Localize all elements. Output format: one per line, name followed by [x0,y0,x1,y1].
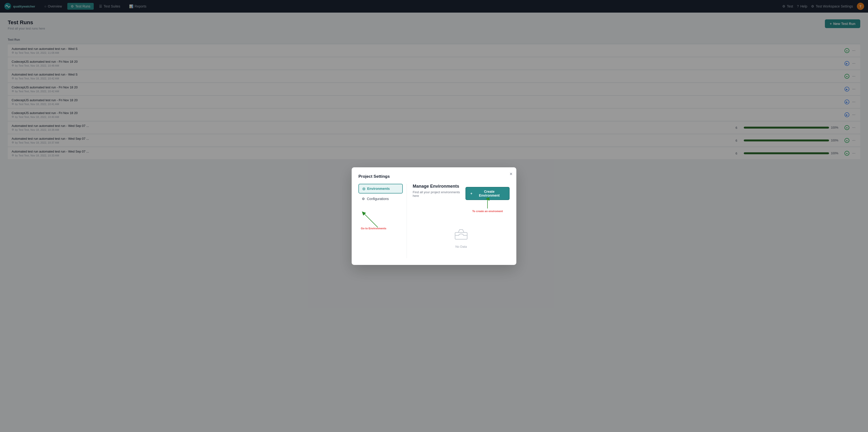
modal-close-button[interactable]: × [509,171,513,177]
environments-label: Environments [367,187,390,191]
env-icon: ◎ [362,187,365,191]
content-title-area: Manage Environments Find all your projec… [413,184,465,204]
plus-icon-env: + [470,191,472,195]
config-icon: ⚙ [362,197,365,201]
create-env-label: Create Environment [474,190,505,197]
no-data-area: No Data [413,218,509,258]
sidebar-item-environments[interactable]: ◎ Environments [359,184,403,193]
configurations-label: Configurations [367,197,389,201]
no-data-icon [454,227,468,242]
create-env-annotation: To create an enviroment [472,210,503,213]
create-env-area: + Create Environment [465,187,509,200]
svg-rect-1 [455,233,467,239]
section-title: Manage Environments [413,184,465,189]
inbox-icon [454,227,468,240]
no-data-text: No Data [455,245,467,248]
modal-sidebar: ◎ Environments ⚙ Configurations [359,184,407,258]
modal-body: ◎ Environments ⚙ Configurations [359,184,509,258]
goto-env-annotation: Go to Environments [361,227,386,230]
modal-content-header: Manage Environments Find all your projec… [413,184,509,204]
create-env-annotation-area: To create an enviroment [472,197,503,213]
modal-overlay[interactable]: Project Settings × ◎ Environments ⚙ Conf… [0,0,868,432]
sidebar-item-configurations[interactable]: ⚙ Configurations [359,194,403,203]
modal-main-content: Manage Environments Find all your projec… [407,184,509,258]
modal-title: Project Settings [359,174,509,179]
section-subtitle: Find all your project environments here [413,190,465,197]
create-env-arrow-svg [480,197,495,210]
project-settings-modal: Project Settings × ◎ Environments ⚙ Conf… [352,167,516,265]
